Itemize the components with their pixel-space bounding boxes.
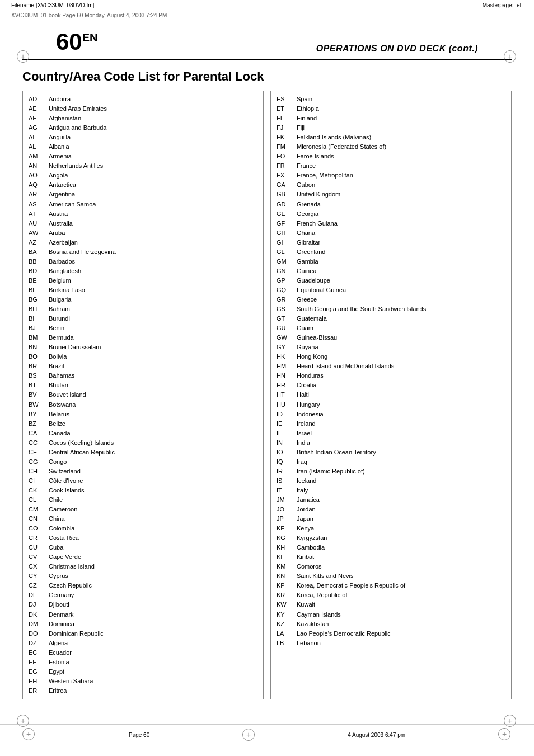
list-item: IOBritish Indian Ocean Territory <box>277 448 505 457</box>
country-code: FM <box>277 142 297 152</box>
country-code: HU <box>277 400 297 410</box>
country-name: Grenada <box>297 200 321 209</box>
list-item: BIBurundi <box>29 314 257 323</box>
country-name: Fiji <box>297 123 305 133</box>
country-name: Japan <box>297 514 313 524</box>
list-item: FXFrance, Metropolitan <box>277 171 505 180</box>
country-name: Jamaica <box>297 495 320 505</box>
list-item: IQIraq <box>277 457 505 467</box>
list-item: BYBelarus <box>29 410 257 419</box>
country-name: Israel <box>297 429 312 438</box>
country-name: Côte d'Ivoire <box>49 476 83 486</box>
list-item: FIFinland <box>277 114 505 123</box>
list-item: ADAndorra <box>29 95 257 104</box>
country-name: Kyrgyzstan <box>297 533 327 543</box>
list-item: DJDjibouti <box>29 600 257 609</box>
country-code: AM <box>29 152 49 161</box>
list-item: CXChristmas Island <box>29 562 257 571</box>
country-name: United Arab Emirates <box>49 104 107 114</box>
country-name: Belgium <box>49 276 71 285</box>
country-name: Guinea-Bissau <box>297 333 337 342</box>
list-item: BWBotswana <box>29 400 257 410</box>
list-item: BBBarbados <box>29 257 257 266</box>
country-name: Chile <box>49 495 63 505</box>
list-item: EREritrea <box>29 686 257 696</box>
list-item: GIGibraltar <box>277 238 505 247</box>
list-item: GHGhana <box>277 228 505 238</box>
country-code: BD <box>29 266 49 276</box>
country-code: IE <box>277 419 297 429</box>
list-item: GAGabon <box>277 180 505 190</box>
list-item: DEGermany <box>29 590 257 600</box>
country-name: Eritrea <box>49 686 67 696</box>
country-code: FI <box>277 114 297 123</box>
page-wrapper: Filename [XVC33UM_08DVD.fm] Masterpage:L… <box>0 0 534 756</box>
page-number: 60EN <box>56 30 98 54</box>
country-code: ID <box>277 410 297 419</box>
country-name: Colombia <box>49 524 74 533</box>
list-item: BHBahrain <box>29 304 257 314</box>
country-code: GI <box>277 238 297 247</box>
page-header: 60EN OPERATIONS ON DVD DECK (cont.) <box>22 20 512 60</box>
content-area: ADAndorraAEUnited Arab EmiratesAFAfghani… <box>22 91 512 699</box>
list-item: DZAlgeria <box>29 638 257 648</box>
country-name: Spain <box>297 95 312 104</box>
list-item: CKCook Islands <box>29 486 257 495</box>
country-name: Cyprus <box>49 571 68 581</box>
country-code: BI <box>29 314 49 323</box>
list-item: HUHungary <box>277 400 505 410</box>
list-item: AFAfghanistan <box>29 114 257 123</box>
list-item: BFBurkina Faso <box>29 285 257 295</box>
country-code: GN <box>277 266 297 276</box>
country-name: Guinea <box>297 266 316 276</box>
country-code: KY <box>277 610 297 619</box>
page-title: OPERATIONS ON DVD DECK (cont.) <box>316 44 478 54</box>
country-name: Korea, Republic of <box>297 590 348 600</box>
country-code: GT <box>277 314 297 323</box>
country-name: Botswana <box>49 400 76 410</box>
country-name: Haiti <box>297 390 309 400</box>
list-item: CLChile <box>29 495 257 505</box>
country-name: Burkina Faso <box>49 285 85 295</box>
list-item: DKDenmark <box>29 610 257 619</box>
country-name: Ireland <box>297 419 316 429</box>
list-item: HKHong Kong <box>277 352 505 361</box>
list-item: KNSaint Kitts and Nevis <box>277 571 505 581</box>
list-item: GWGuinea-Bissau <box>277 333 505 342</box>
country-name: Gambia <box>297 257 318 266</box>
country-code: BA <box>29 247 49 257</box>
list-item: FKFalkland Islands (Malvinas) <box>277 133 505 142</box>
country-name: Bouvet Island <box>49 390 86 400</box>
list-item: ATAustria <box>29 209 257 219</box>
country-code: BY <box>29 410 49 419</box>
country-code: GL <box>277 247 297 257</box>
country-name: Italy <box>297 486 308 495</box>
country-code: LB <box>277 638 297 648</box>
country-name: Austria <box>49 209 68 219</box>
country-code: CL <box>29 495 49 505</box>
country-code: BS <box>29 371 49 381</box>
list-item: GQEquatorial Guinea <box>277 285 505 295</box>
country-name: Honduras <box>297 371 324 381</box>
country-name: Australia <box>49 219 73 228</box>
country-code: JP <box>277 514 297 524</box>
list-item: AMArmenia <box>29 152 257 161</box>
country-name: Gabon <box>297 180 315 190</box>
list-item: CUCuba <box>29 543 257 552</box>
country-code: GH <box>277 228 297 238</box>
country-code: KZ <box>277 619 297 629</box>
country-code: FK <box>277 133 297 142</box>
country-name: Guatemala <box>297 314 327 323</box>
list-item: DODominican Republic <box>29 629 257 638</box>
country-code: GS <box>277 304 297 314</box>
list-item: KZKazakhstan <box>277 619 505 629</box>
corner-marker-bl <box>17 715 30 728</box>
country-name: Antigua and Barbuda <box>49 123 106 133</box>
list-item: ECEcuador <box>29 648 257 658</box>
list-item: GNGuinea <box>277 266 505 276</box>
page-footer: Page 60 4 August 2003 6:47 pm <box>0 724 534 745</box>
country-name: Bahamas <box>49 371 74 381</box>
country-code: CV <box>29 552 49 562</box>
top-bar: Filename [XVC33UM_08DVD.fm] Masterpage:L… <box>0 0 534 11</box>
country-name: Finland <box>297 114 317 123</box>
